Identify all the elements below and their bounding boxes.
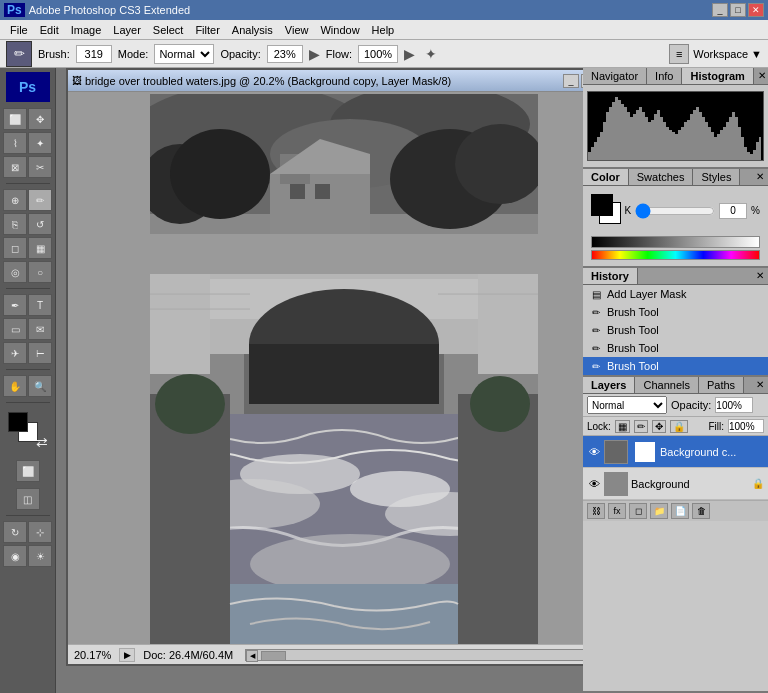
shape-tool[interactable]: ▭ bbox=[3, 318, 27, 340]
history-panel-close[interactable]: ✕ bbox=[752, 268, 768, 284]
fill-value[interactable] bbox=[728, 419, 764, 433]
tab-swatches[interactable]: Swatches bbox=[629, 169, 694, 185]
color-gradient-bar[interactable] bbox=[591, 236, 760, 248]
menu-view[interactable]: View bbox=[279, 22, 315, 38]
scroll-thumb-horizontal[interactable] bbox=[261, 651, 286, 661]
maximize-button[interactable]: □ bbox=[730, 3, 746, 17]
history-item-4[interactable]: ✏ Brush Tool bbox=[583, 357, 768, 375]
menu-image[interactable]: Image bbox=[65, 22, 108, 38]
scroll-left-arrow[interactable]: ◀ bbox=[246, 650, 258, 662]
history-item-1[interactable]: ✏ Brush Tool bbox=[583, 303, 768, 321]
brush-tool[interactable]: ✏ bbox=[28, 189, 52, 211]
crop-tool[interactable]: ⊠ bbox=[3, 156, 27, 178]
layer-visibility-0[interactable]: 👁 bbox=[587, 445, 601, 459]
delete-layer-button[interactable]: 🗑 bbox=[692, 503, 710, 519]
3d-camera-tool[interactable]: ◉ bbox=[3, 545, 27, 567]
foreground-color-swatch[interactable] bbox=[8, 412, 28, 432]
layer-item-1[interactable]: 👁 Background 🔒 bbox=[583, 468, 768, 500]
tab-paths[interactable]: Paths bbox=[699, 377, 744, 393]
move-tool[interactable]: ✥ bbox=[28, 108, 52, 130]
tab-color[interactable]: Color bbox=[583, 169, 629, 185]
zoom-tool[interactable]: 🔍 bbox=[28, 375, 52, 397]
lock-all-button[interactable]: 🔒 bbox=[670, 420, 688, 433]
marquee-tool[interactable]: ⬜ bbox=[3, 108, 27, 130]
add-style-button[interactable]: fx bbox=[608, 503, 626, 519]
opacity-input[interactable] bbox=[267, 45, 303, 63]
menu-analysis[interactable]: Analysis bbox=[226, 22, 279, 38]
slice-tool[interactable]: ✂ bbox=[28, 156, 52, 178]
color-spectrum-bar[interactable] bbox=[591, 250, 760, 260]
clone-stamp-tool[interactable]: ⎘ bbox=[3, 213, 27, 235]
tab-navigator[interactable]: Navigator bbox=[583, 68, 647, 84]
lock-move-button[interactable]: ✥ bbox=[652, 420, 666, 433]
close-button[interactable]: ✕ bbox=[748, 3, 764, 17]
mode-select[interactable]: Normal Multiply Screen bbox=[154, 44, 214, 64]
k-channel-slider[interactable] bbox=[635, 207, 715, 215]
blend-mode-select[interactable]: Normal Multiply Screen bbox=[587, 396, 667, 414]
quick-mask-button[interactable]: ◫ bbox=[16, 488, 40, 510]
brush-tool-icon[interactable]: ✏ bbox=[6, 41, 32, 67]
text-tool[interactable]: T bbox=[28, 294, 52, 316]
measure-tool[interactable]: ⊢ bbox=[28, 342, 52, 364]
pen-tool[interactable]: ✒ bbox=[3, 294, 27, 316]
airbrush-icon[interactable]: ✦ bbox=[425, 46, 437, 62]
screen-mode-button[interactable]: ⬜ bbox=[16, 460, 40, 482]
flow-input[interactable] bbox=[358, 45, 398, 63]
workspace-icon[interactable]: ≡ bbox=[669, 44, 689, 64]
lock-transparency-button[interactable]: ▦ bbox=[615, 420, 630, 433]
k-channel-value[interactable] bbox=[719, 203, 747, 219]
layers-panel-close[interactable]: ✕ bbox=[752, 377, 768, 393]
notes-tool[interactable]: ✉ bbox=[28, 318, 52, 340]
menu-select[interactable]: Select bbox=[147, 22, 190, 38]
fg-bg-swatches[interactable] bbox=[591, 194, 618, 230]
zoom-info-button[interactable]: ▶ bbox=[119, 648, 135, 662]
tab-info[interactable]: Info bbox=[647, 68, 682, 84]
brush-size-input[interactable] bbox=[76, 45, 112, 63]
workspace-label[interactable]: Workspace ▼ bbox=[693, 48, 762, 60]
document-scrollbar-horizontal[interactable]: ◀ ▶ bbox=[245, 649, 583, 661]
fill-tool[interactable]: ▦ bbox=[28, 237, 52, 259]
eraser-tool[interactable]: ◻ bbox=[3, 237, 27, 259]
tab-histogram[interactable]: Histogram bbox=[682, 68, 753, 84]
layer-visibility-1[interactable]: 👁 bbox=[587, 477, 601, 491]
3d-pan-tool[interactable]: ⊹ bbox=[28, 521, 52, 543]
tab-history[interactable]: History bbox=[583, 268, 638, 284]
menu-layer[interactable]: Layer bbox=[107, 22, 147, 38]
lock-paint-button[interactable]: ✏ bbox=[634, 420, 648, 433]
navigator-panel-close[interactable]: ✕ bbox=[754, 68, 768, 84]
history-item-3[interactable]: ✏ Brush Tool bbox=[583, 339, 768, 357]
3d-light-tool[interactable]: ☀ bbox=[28, 545, 52, 567]
menu-window[interactable]: Window bbox=[314, 22, 365, 38]
menu-file[interactable]: File bbox=[4, 22, 34, 38]
swap-colors-icon[interactable]: ⇄ bbox=[36, 434, 48, 450]
tab-layers[interactable]: Layers bbox=[583, 377, 635, 393]
layer-item-0[interactable]: 👁 Background c... bbox=[583, 436, 768, 468]
color-panel-close[interactable]: ✕ bbox=[752, 169, 768, 185]
hand-tool[interactable]: ✋ bbox=[3, 375, 27, 397]
add-mask-button[interactable]: ◻ bbox=[629, 503, 647, 519]
minimize-button[interactable]: _ bbox=[712, 3, 728, 17]
history-brush-tool[interactable]: ↺ bbox=[28, 213, 52, 235]
magic-wand-tool[interactable]: ✦ bbox=[28, 132, 52, 154]
add-link-button[interactable]: ⛓ bbox=[587, 503, 605, 519]
new-group-button[interactable]: 📁 bbox=[650, 503, 668, 519]
fg-bg-color[interactable]: ⇄ bbox=[8, 412, 48, 450]
tab-styles[interactable]: Styles bbox=[693, 169, 740, 185]
opacity-value[interactable] bbox=[715, 397, 753, 413]
menu-help[interactable]: Help bbox=[366, 22, 401, 38]
new-layer-button[interactable]: 📄 bbox=[671, 503, 689, 519]
eyedropper-tool[interactable]: ✈ bbox=[3, 342, 27, 364]
3d-rotate-tool[interactable]: ↻ bbox=[3, 521, 27, 543]
document-canvas[interactable]: ▲ ▼ bbox=[68, 92, 583, 646]
history-item-2[interactable]: ✏ Brush Tool bbox=[583, 321, 768, 339]
lasso-tool[interactable]: ⌇ bbox=[3, 132, 27, 154]
menu-filter[interactable]: Filter bbox=[189, 22, 225, 38]
menu-edit[interactable]: Edit bbox=[34, 22, 65, 38]
doc-maximize-button[interactable]: □ bbox=[581, 74, 583, 88]
history-item-0[interactable]: ▤ Add Layer Mask bbox=[583, 285, 768, 303]
tab-channels[interactable]: Channels bbox=[635, 377, 698, 393]
doc-minimize-button[interactable]: _ bbox=[563, 74, 579, 88]
foreground-color-box[interactable] bbox=[591, 194, 613, 216]
image-canvas[interactable] bbox=[150, 94, 538, 644]
healing-tool[interactable]: ⊕ bbox=[3, 189, 27, 211]
